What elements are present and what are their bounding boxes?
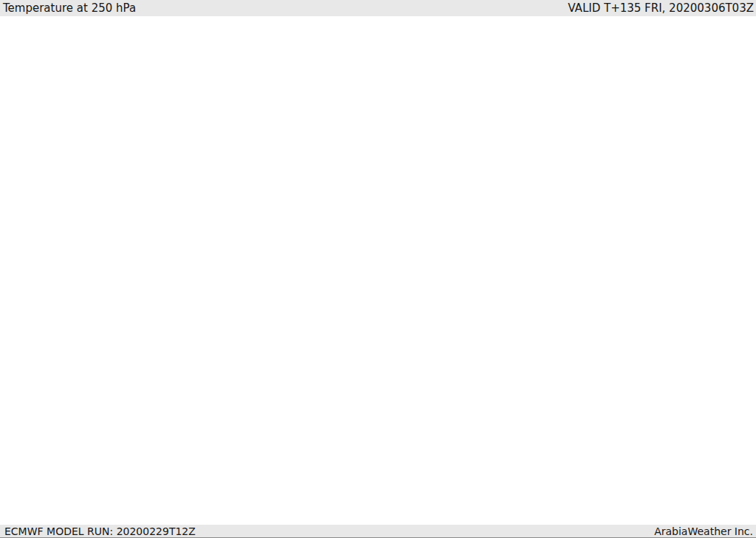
map-inner (0, 16, 756, 517)
weather-map-app: Temperature at 250 hPa VALID T+135 FRI, … (0, 0, 756, 538)
validity-timestamp: VALID T+135 FRI, 20200306T03Z (568, 1, 754, 15)
header-bar: Temperature at 250 hPa VALID T+135 FRI, … (0, 0, 756, 16)
model-run-label: ECMWF MODEL RUN: 20200229T12Z (4, 525, 196, 537)
footer-bar: ECMWF MODEL RUN: 20200229T12Z ArabiaWeat… (0, 525, 756, 538)
temperature-map-svg (0, 16, 756, 525)
map-canvas (0, 16, 756, 525)
map-title: Temperature at 250 hPa (3, 1, 136, 15)
provider-label: ArabiaWeather Inc. (654, 525, 753, 537)
temperature-shading (0, 16, 756, 517)
